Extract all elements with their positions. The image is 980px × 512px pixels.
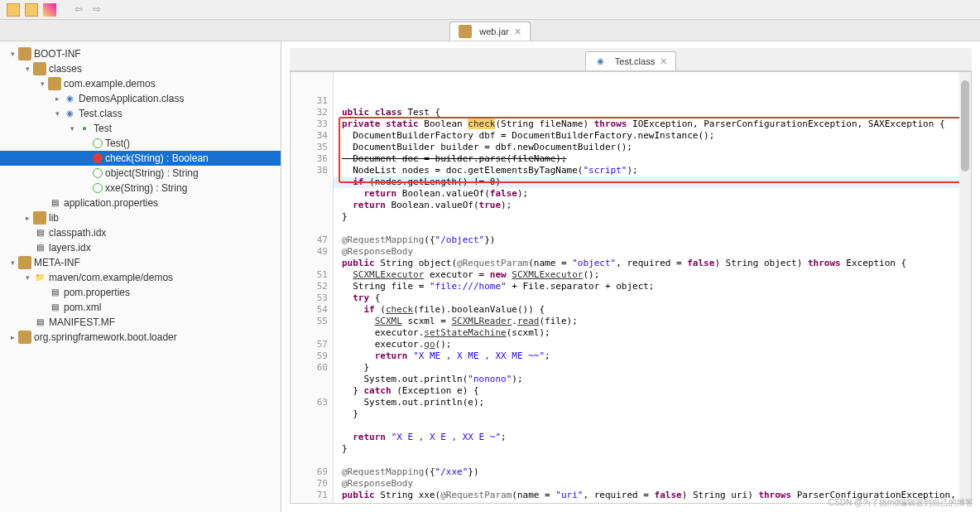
code-line[interactable]: DocumentBuilderFactory dbf = DocumentBui… [334,130,971,142]
line-number: 31 [291,95,328,107]
code-line[interactable]: } [334,408,971,420]
twisty-icon[interactable]: ▾ [51,109,63,118]
jar-icon [459,25,472,38]
tree-label: Test() [105,138,130,149]
line-number [291,408,328,420]
line-number [291,211,328,223]
tree-row[interactable]: ▾BOOT-INF [0,46,281,61]
code-line[interactable]: SCXML scxml = SCXMLReader.read(file); [334,316,971,327]
back-icon[interactable]: ⇦ [74,3,88,17]
code-line[interactable]: Document doc = builder.parse(fileName); [334,153,971,165]
code-line[interactable]: SCXMLExecutor executor = new SCXMLExecut… [334,269,971,281]
twisty-icon[interactable]: ▸ [22,214,33,222]
tree-row[interactable]: ▤application.properties [0,196,281,210]
tree-row[interactable]: ▤MANIFEST.MF [0,315,281,330]
tab-label: web.jar [479,27,508,36]
tree-row[interactable]: ▸◉DemosApplication.class [0,91,281,106]
code-line[interactable]: @RequestMapping({"/xxe"}) [334,466,971,478]
code-line[interactable]: String file = "file:///home" + File.sepa… [334,281,971,292]
close-icon[interactable]: ✕ [514,27,521,37]
tree-row[interactable]: Test() [0,136,281,151]
code-line[interactable]: return Boolean.valueOf(true); [334,200,971,211]
code-line[interactable]: @ResponseBody [334,478,971,490]
tree-row[interactable]: ▾META-INF [0,255,281,270]
open-icon[interactable] [7,3,20,17]
line-number [291,327,328,339]
package-icon [33,211,46,225]
tree-row[interactable]: ▸lib [0,210,281,225]
vertical-scrollbar[interactable] [959,72,971,503]
class-icon: ◉ [63,107,76,120]
forward-icon[interactable]: ⇨ [93,3,106,17]
line-number: 47 [291,234,328,246]
tree-row[interactable]: ▤pom.xml [0,300,281,315]
code-line[interactable]: } [334,211,971,223]
tree-row[interactable]: check(String) : Boolean [0,151,281,166]
tree-row[interactable]: ▾◉Test.class [0,106,281,121]
file-icon: ▤ [33,241,46,254]
code-line[interactable]: ublic class Test { [334,107,971,118]
class-icon: ◉ [63,92,76,105]
code-line[interactable]: return "X ME , X ME , XX ME ~~"; [334,350,971,362]
code-line[interactable]: @ResponseBody [334,246,971,258]
tab-webjar[interactable]: web.jar ✕ [449,22,530,41]
folder-icon: 📁 [33,271,46,284]
code-line[interactable]: if (nodes.getLength() != 0) [334,176,971,188]
twisty-icon[interactable]: ▾ [22,65,33,73]
line-number: 53 [291,292,328,304]
tree-label: DemosApplication.class [79,93,184,104]
wand-icon[interactable] [43,3,56,17]
code-editor[interactable]: ⊖⊖31323334353638⊖4749⊖51⊖525354555759606… [290,71,972,504]
code-line[interactable]: executor.setStateMachine(scxml); [334,327,971,339]
code-line[interactable]: @RequestMapping({"/object"}) [334,234,971,246]
twisty-icon[interactable]: ▾ [22,273,33,282]
folder-icon[interactable] [25,3,38,17]
tree-row[interactable]: ▤pom.properties [0,285,281,300]
code-line[interactable]: try { [334,292,971,304]
twisty-icon[interactable]: ▸ [51,94,63,103]
code-line[interactable]: } [334,443,971,455]
tree-row[interactable]: object(String) : String [0,166,281,181]
code-line[interactable]: System.out.println("nonono"); [334,374,971,385]
package-explorer[interactable]: ▾BOOT-INF▾classes▾com.example.demos▸◉Dem… [0,41,281,512]
twisty-icon[interactable]: ▾ [7,258,18,267]
line-number: 38 [291,165,328,176]
twisty-icon[interactable]: ▸ [7,333,18,341]
tree-row[interactable]: ▾classes [0,61,281,76]
tree-row[interactable]: xxe(String) : String [0,181,281,196]
code-line[interactable]: return Boolean.valueOf(false); [334,188,971,200]
line-number [291,420,328,432]
tree-row[interactable]: ▾●Test [0,121,281,136]
tree-row[interactable]: ▾📁maven/com.example/demos [0,270,281,285]
tab-test-class[interactable]: ◉ Test.class ✕ [585,51,676,70]
tree-label: maven/com.example/demos [49,272,173,283]
tree-row[interactable]: ▤layers.idx [0,240,281,255]
code-line[interactable]: executor.go(); [334,339,971,350]
tree-label: org.springframework.boot.loader [34,331,177,343]
twisty-icon[interactable]: ▾ [7,50,18,58]
tree-row[interactable]: ▸org.springframework.boot.loader [0,330,281,345]
twisty-icon[interactable]: ▾ [66,124,78,133]
code-line[interactable] [334,420,971,432]
tree-row[interactable]: ▤classpath.idx [0,225,281,240]
code-line[interactable]: } catch (Exception e) { [334,385,971,397]
code-line[interactable]: return "X E , X E , XX E ~"; [334,432,971,443]
code-line[interactable]: NodeList nodes = doc.getElementsByTagNam… [334,165,971,176]
code-content[interactable]: ublic class Test {private static Boolean… [334,72,971,504]
code-line[interactable]: System.out.println(e); [334,397,971,408]
code-line[interactable]: } [334,362,971,374]
tree-row[interactable]: ▾com.example.demos [0,76,281,91]
code-line[interactable]: DocumentBuilder builder = dbf.newDocumen… [334,142,971,153]
code-line[interactable]: private static Boolean check(String file… [334,118,971,130]
code-line[interactable]: public String object(@RequestParam(name … [334,258,971,269]
code-line[interactable] [334,223,971,234]
file-icon: ▤ [33,226,46,239]
twisty-icon[interactable]: ▾ [36,80,48,88]
code-line[interactable]: if (check(file).booleanValue()) { [334,304,971,316]
code-line[interactable] [334,455,971,466]
close-icon[interactable]: ✕ [660,56,667,67]
file-icon: ▤ [48,301,61,314]
scroll-thumb[interactable] [961,80,969,171]
tree-label: com.example.demos [64,78,156,89]
package-icon [33,62,46,75]
